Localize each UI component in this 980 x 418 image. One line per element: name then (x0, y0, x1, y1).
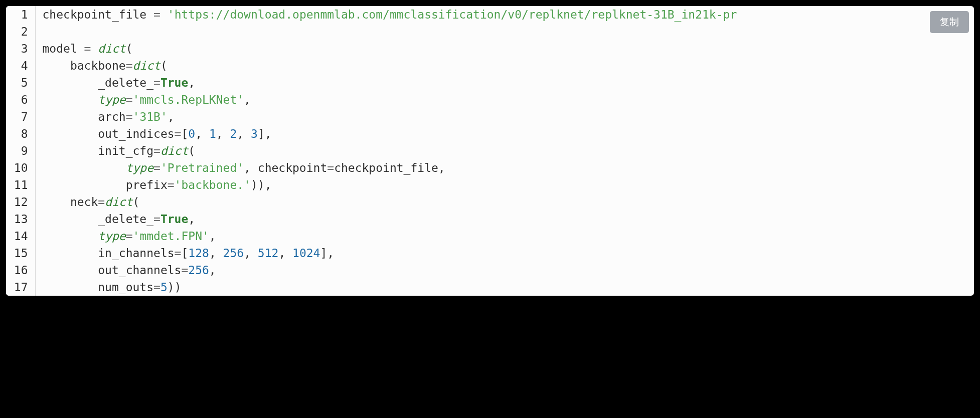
code-token: model (43, 42, 84, 55)
line-number: 11 (6, 176, 35, 193)
line-number: 14 (6, 228, 35, 245)
code-token: 5 (160, 281, 168, 294)
line-number: 2 (6, 23, 35, 40)
code-token: 'Pretrained' (160, 161, 244, 174)
code-token: , (188, 213, 195, 226)
code-token: ( (133, 195, 140, 208)
code-token: = (153, 161, 160, 174)
code-row: 17 num_outs=5)) (6, 279, 974, 296)
code-token: 1024 (292, 247, 320, 260)
code-token (91, 42, 98, 55)
code-row: 6 type='mmcls.RepLKNet', (6, 91, 974, 108)
code-token: 1 (209, 127, 216, 140)
code-line[interactable]: num_outs=5)) (35, 279, 974, 296)
code-line[interactable]: type='mmcls.RepLKNet', (35, 91, 974, 108)
code-token: _delete_ (43, 76, 154, 89)
code-token: 0 (188, 127, 195, 140)
line-number: 16 (6, 262, 35, 279)
code-block: 复制 1checkpoint_file = 'https://download.… (6, 6, 974, 296)
code-token: arch (43, 110, 126, 123)
code-token: , (195, 127, 209, 140)
code-token: = (175, 127, 182, 140)
code-token: num_outs (43, 281, 154, 294)
code-token: True (160, 213, 188, 226)
code-line[interactable]: type='Pretrained', checkpoint=checkpoint… (35, 159, 974, 176)
line-number: 9 (6, 142, 35, 159)
code-line[interactable]: arch='31B', (35, 108, 974, 125)
line-number: 6 (6, 91, 35, 108)
code-token: = (126, 59, 133, 72)
code-token: 256 (188, 264, 209, 277)
code-token: = (175, 247, 182, 260)
code-token: dict (133, 59, 160, 72)
code-line[interactable]: type='mmdet.FPN', (35, 228, 974, 245)
code-token: , checkpoint (244, 161, 327, 174)
code-token: = (84, 42, 91, 55)
code-token: ( (160, 59, 168, 72)
code-line[interactable]: checkpoint_file = 'https://download.open… (35, 6, 974, 23)
code-token: backbone (43, 59, 126, 72)
line-number: 17 (6, 279, 35, 296)
code-row: 13 _delete_=True, (6, 211, 974, 228)
code-line[interactable]: backbone=dict( (35, 57, 974, 74)
code-token: 'mmcls.RepLKNet' (133, 93, 244, 106)
code-token: , (244, 93, 251, 106)
code-token: ], (258, 127, 272, 140)
code-line[interactable]: model = dict( (35, 40, 974, 57)
code-row: 8 out_indices=[0, 1, 2, 3], (6, 125, 974, 142)
code-token: = (153, 8, 160, 21)
code-token: dict (160, 144, 188, 157)
code-token: in_channels (43, 247, 175, 260)
line-number: 10 (6, 159, 35, 176)
code-token: , (237, 127, 251, 140)
code-line[interactable]: in_channels=[128, 256, 512, 1024], (35, 245, 974, 262)
code-row: 16 out_channels=256, (6, 262, 974, 279)
code-token: , (209, 264, 216, 277)
line-number: 7 (6, 108, 35, 125)
code-line[interactable]: neck=dict( (35, 193, 974, 211)
code-token: ( (188, 144, 195, 157)
code-token: _delete_ (43, 213, 154, 226)
code-row: 2 (6, 23, 974, 40)
code-row: 3model = dict( (6, 40, 974, 57)
code-line[interactable]: _delete_=True, (35, 211, 974, 228)
code-token: = (153, 76, 160, 89)
code-token: 256 (223, 247, 244, 260)
line-number: 1 (6, 6, 35, 23)
code-row: 4 backbone=dict( (6, 57, 974, 74)
code-table: 1checkpoint_file = 'https://download.ope… (6, 6, 974, 296)
line-number: 15 (6, 245, 35, 262)
code-token: = (126, 110, 133, 123)
code-token: )), (251, 178, 272, 191)
line-number: 5 (6, 74, 35, 91)
code-token (43, 93, 98, 106)
code-line[interactable]: init_cfg=dict( (35, 142, 974, 159)
code-token (43, 230, 98, 243)
code-token: ], (320, 247, 334, 260)
code-line[interactable] (35, 23, 974, 40)
code-row: 9 init_cfg=dict( (6, 142, 974, 159)
line-number: 12 (6, 193, 35, 211)
code-token (160, 8, 168, 21)
code-token: , (278, 247, 292, 260)
code-token: = (126, 93, 133, 106)
code-line[interactable]: prefix='backbone.')), (35, 176, 974, 193)
copy-button[interactable]: 复制 (930, 11, 969, 33)
code-line[interactable]: _delete_=True, (35, 74, 974, 91)
code-line[interactable]: out_indices=[0, 1, 2, 3], (35, 125, 974, 142)
line-number: 3 (6, 40, 35, 57)
code-row: 14 type='mmdet.FPN', (6, 228, 974, 245)
code-token: dict (105, 195, 132, 208)
line-number: 8 (6, 125, 35, 142)
code-token: type (126, 161, 153, 174)
code-token: 128 (188, 247, 209, 260)
code-token: = (153, 213, 160, 226)
code-token: type (98, 230, 125, 243)
code-token: = (98, 195, 105, 208)
code-token: out_indices (43, 127, 175, 140)
code-token: prefix (43, 178, 168, 191)
code-row: 7 arch='31B', (6, 108, 974, 125)
code-token: = (126, 230, 133, 243)
code-line[interactable]: out_channels=256, (35, 262, 974, 279)
line-number: 13 (6, 211, 35, 228)
